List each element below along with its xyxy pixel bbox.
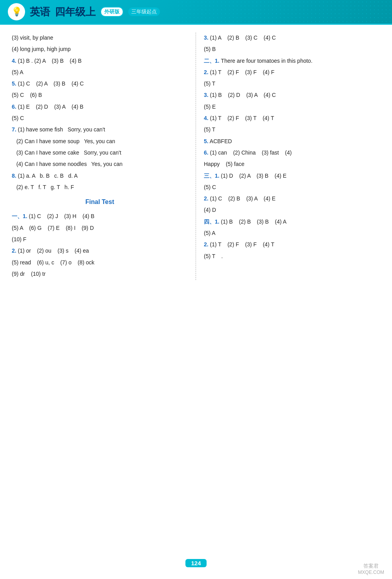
right-line-6: 3. (1) B (2) D (3) A (4) C <box>204 90 380 100</box>
header-badge-waiyan: 外研版 <box>100 7 123 17</box>
right-line-11: 6. (1) can (2) China (3) fast (4) <box>204 147 380 158</box>
left-line-1: (3) visit, by plane <box>12 33 188 43</box>
header: 💡 英语 四年级上 外研版 三年级起点 <box>0 0 392 24</box>
header-icon: 💡 <box>8 3 25 20</box>
left-line-9: 7. (1) have some fish Sorry, you can't <box>12 124 188 135</box>
header-dots-bg <box>176 0 392 24</box>
right-line-2: (5) B <box>204 44 380 55</box>
page-number: 124 <box>185 559 206 567</box>
watermark-bottom: MXQE.COM <box>358 570 384 575</box>
left-line-8: (5) C <box>12 113 188 124</box>
left-line-6: (5) C (6) B <box>12 90 188 100</box>
left-line-12: (4) Can I have some noodles Yes, you can <box>12 159 188 169</box>
left-line-10: (2) Can I have some soup Yes, you can <box>12 136 188 147</box>
left-line-11: (3) Can I have some cake Sorry, you can'… <box>12 147 188 158</box>
watermark-top: 答案君 <box>358 563 384 570</box>
right-line-19: 2. (1) T (2) F (3) F (4) T <box>204 239 380 250</box>
right-line-7: (5) E <box>204 102 380 112</box>
right-line-13: 三、1. (1) D (2) A (3) B (4) E <box>204 171 380 181</box>
left-column: (3) visit, by plane (4) long jump, high … <box>12 33 196 280</box>
right-line-18: (5) A <box>204 228 380 239</box>
left-line-19: (5) read (6) u, c (7) o (8) ock <box>12 257 188 268</box>
right-line-17: 四、1. (1) B (2) B (3) B (4) A <box>204 217 380 227</box>
right-line-12: Happy (5) face <box>204 159 380 169</box>
watermark: 答案君 MXQE.COM <box>358 563 384 575</box>
left-line-14: (2) e. T f. T g. T h. F <box>12 182 188 193</box>
left-line-5: 5. (1) C (2) A (3) B (4) C <box>12 78 188 89</box>
left-line-18: 2. (1) or (2) ou (3) s (4) ea <box>12 246 188 256</box>
left-line-15: 一、1. (1) C (2) J (3) H (4) B <box>12 211 188 222</box>
right-line-10: 5. ACBFED <box>204 136 380 147</box>
footer: 124 <box>0 559 392 567</box>
header-grade: 四年级上 <box>55 5 96 19</box>
right-line-14: (5) C <box>204 182 380 193</box>
left-line-3: 4. (1) B . (2) A (3) B (4) B <box>12 56 188 66</box>
right-line-5: (5) T <box>204 78 380 89</box>
right-column: 3. (1) A (2) B (3) C (4) C (5) B 二、1. Th… <box>196 33 380 280</box>
left-line-17: (10) F <box>12 234 188 245</box>
left-line-20: (9) dr (10) tr <box>12 269 188 279</box>
right-line-15: 2. (1) C (2) B (3) A (4) E <box>204 193 380 204</box>
main-content: (3) visit, by plane (4) long jump, high … <box>0 25 392 288</box>
right-line-8: 4. (1) T (2) F (3) T (4) T <box>204 113 380 124</box>
left-line-2: (4) long jump, high jump <box>12 44 188 55</box>
right-line-20: (5) T . <box>204 251 380 262</box>
header-badge-san: 三年级起点 <box>128 7 160 16</box>
right-line-9: (5) T <box>204 124 380 135</box>
final-test-title: Final Test <box>12 196 188 208</box>
right-line-16: (4) D <box>204 205 380 215</box>
right-line-1: 3. (1) A (2) B (3) C (4) C <box>204 33 380 43</box>
left-line-16: (5) A (6) G (7) E (8) I (9) D <box>12 223 188 233</box>
bulb-icon: 💡 <box>11 7 22 17</box>
right-line-3: 二、1. There are four tomatoes in this pho… <box>204 56 380 66</box>
left-line-4: (5) A <box>12 67 188 78</box>
header-title: 英语 <box>30 5 50 19</box>
left-line-13: 8. (1) a. A b. B c. B d. A <box>12 171 188 181</box>
left-line-7: 6. (1) E (2) D (3) A (4) B <box>12 102 188 112</box>
right-line-4: 2. (1) T (2) F (3) F (4) F <box>204 67 380 78</box>
